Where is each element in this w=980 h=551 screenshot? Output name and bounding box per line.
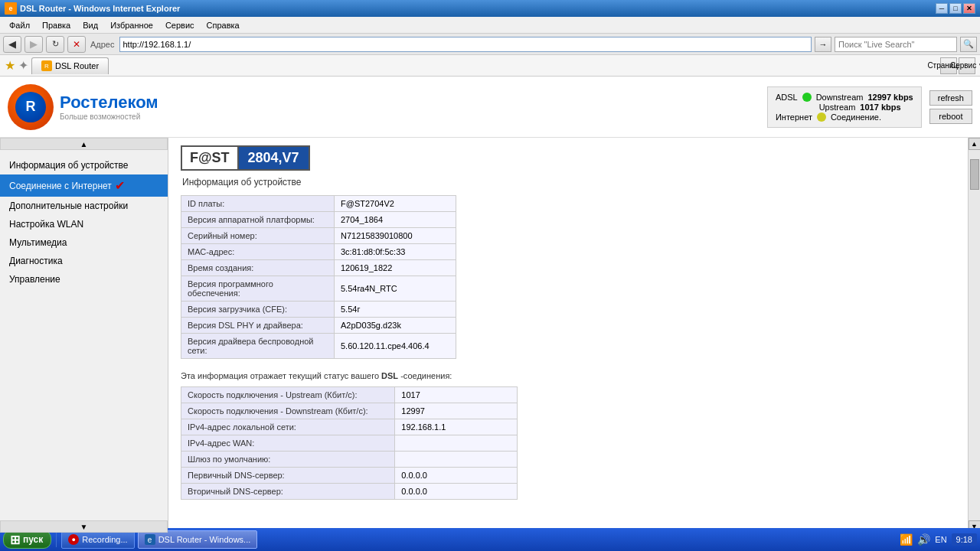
dslrouter-taskbar-icon: e (145, 534, 155, 545)
sidebar-scroll-down[interactable]: ▼ (0, 520, 168, 533)
search-button[interactable]: 🔍 (960, 37, 977, 52)
conn-value (395, 452, 518, 468)
downstream-label: Downstream (816, 93, 864, 102)
close-button[interactable]: ✕ (963, 3, 975, 14)
forward-button[interactable]: ▶ (24, 36, 43, 53)
table-row: Шлюз по умолчанию: (181, 452, 518, 468)
add-favorite-btn[interactable]: ✦ (18, 58, 28, 73)
table-row: Скорость подключения - Downstream (Кбит/… (181, 403, 518, 419)
scroll-track[interactable] (969, 150, 980, 520)
sidebar-item-device-info[interactable]: Информация об устройстве (0, 156, 168, 174)
device-title-left: F@ST (182, 147, 239, 169)
title-bar: e DSL Router - Windows Internet Explorer… (0, 0, 980, 17)
sidebar-item-label: Диагностика (9, 256, 63, 266)
sidebar: ▲ Информация об устройстве Соединение с … (0, 138, 168, 533)
sidebar-item-wlan[interactable]: Настройка WLAN (0, 215, 168, 233)
address-label: Адрес (89, 40, 116, 49)
row-value: 5.60.120.11.cpe4.406.4 (335, 334, 456, 359)
row-value: 5.54ra4N_RTC (335, 276, 456, 302)
adsl-dot (802, 93, 812, 102)
tray-lang: EN (935, 535, 946, 544)
sidebar-item-extra-settings[interactable]: Дополнительные настройки (0, 197, 168, 215)
table-row: Время создания: 120619_1822 (181, 260, 456, 276)
tab-icon: R (41, 60, 52, 71)
taskbar-recording-label: Recording... (82, 535, 127, 544)
stop-button[interactable]: ✕ (67, 36, 86, 53)
menu-file[interactable]: Файл (3, 19, 36, 31)
taskbar-dslrouter[interactable]: e DSL Router - Windows... (138, 530, 258, 549)
sidebar-nav: Информация об устройстве Соединение с Ин… (0, 141, 168, 304)
table-row: Версия аппаратной платформы: 2704_1864 (181, 212, 456, 228)
table-row: Скорость подключения - Upstream (Кбит/с)… (181, 387, 518, 403)
refresh-button[interactable]: refresh (929, 90, 972, 106)
sidebar-item-label: Мультимедиа (9, 237, 67, 248)
menu-favorites[interactable]: Избранное (104, 19, 159, 31)
logo-name: Ростелеком (60, 93, 158, 112)
sidebar-item-internet[interactable]: Соединение с Интернет ✔ (0, 174, 168, 197)
scroll-thumb[interactable] (970, 159, 979, 190)
sidebar-item-label: Управление (9, 274, 60, 285)
conn-value: 1017 (395, 387, 518, 403)
table-row: Первичный DNS-сервер: 0.0.0.0 (181, 468, 518, 484)
go-button[interactable]: → (815, 37, 831, 52)
refresh-nav-button[interactable]: ↻ (46, 36, 64, 53)
table-row: Версия программного обеспечения: 5.54ra4… (181, 276, 456, 302)
reboot-button[interactable]: reboot (929, 109, 972, 124)
address-input[interactable] (119, 37, 812, 52)
status-panel: ADSL Downstream 12997 kbps ADSL Upstream… (767, 86, 972, 128)
recording-icon: ● (68, 534, 79, 545)
favorites-star[interactable]: ★ (5, 58, 15, 73)
row-label: Версия DSL PHY и драйвера: (181, 318, 335, 334)
conn-label: Первичный DNS-сервер: (181, 468, 395, 484)
table-row: Версия DSL PHY и драйвера: A2pD035g.d23k (181, 318, 456, 334)
content-area: F@ST 2804,V7 Информация об устройстве ID… (168, 138, 968, 533)
conn-value (395, 435, 518, 452)
upstream-label: Upstream (819, 103, 856, 112)
conn-value: 0.0.0.0 (395, 468, 518, 484)
sidebar-item-label: Соединение с Интернет (9, 181, 112, 191)
menu-view[interactable]: Вид (77, 19, 104, 31)
status-box: ADSL Downstream 12997 kbps ADSL Upstream… (767, 86, 922, 128)
conn-label: IPv4-адрес WAN: (181, 435, 395, 452)
logo-tagline: Больше возможностей (60, 112, 158, 121)
menu-edit[interactable]: Правка (36, 19, 77, 31)
taskbar-recording[interactable]: ● Recording... (61, 530, 134, 549)
start-icon: ⊞ (10, 533, 20, 547)
menu-help[interactable]: Справка (201, 19, 246, 31)
search-input[interactable] (835, 37, 957, 52)
sidebar-scroll-up[interactable]: ▲ (0, 138, 168, 150)
tools-btn[interactable]: Сервис▼ (959, 57, 975, 74)
menu-tools[interactable]: Сервис (159, 19, 201, 31)
conn-value: 12997 (395, 403, 518, 419)
back-button[interactable]: ◀ (3, 36, 21, 53)
connection-table: Скорость подключения - Upstream (Кбит/с)… (181, 386, 518, 500)
bookmarks-bar: ★ ✦ R DSL Router Страница▼ Сервис▼ (0, 55, 980, 77)
table-row: ID платы: F@ST2704V2 (181, 196, 456, 212)
upstream-value: 1017 kbps (860, 103, 900, 112)
row-label: Версия драйвера беспроводной сети: (181, 334, 335, 359)
device-title-box: F@ST 2804,V7 (181, 145, 310, 171)
conn-label: Скорость подключения - Downstream (Кбит/… (181, 403, 395, 419)
bookmark-tab-dslrouter[interactable]: R DSL Router (31, 57, 109, 74)
row-label: Время создания: (181, 260, 335, 276)
sidebar-item-management[interactable]: Управление (0, 270, 168, 289)
window-controls: ─ □ ✕ (936, 3, 975, 14)
dsl-text-bold: DSL (381, 371, 398, 380)
system-clock: 9:18 (952, 533, 977, 546)
connection-status: Соединение. (831, 112, 881, 122)
sidebar-item-diagnostics[interactable]: Диагностика (0, 252, 168, 270)
conn-value: 192.168.1.1 (395, 419, 518, 435)
adsl-label: ADSL (776, 93, 798, 102)
scroll-up-btn[interactable]: ▲ (969, 138, 981, 150)
internet-dot (817, 112, 826, 122)
page-subtitle: Информация об устройстве (182, 177, 956, 187)
maximize-button[interactable]: □ (949, 3, 962, 14)
taskbar-divider (56, 532, 57, 547)
conn-label: Шлюз по умолчанию: (181, 452, 395, 468)
row-label: Версия программного обеспечения: (181, 276, 335, 302)
sidebar-arrow-icon: ✔ (115, 178, 125, 193)
start-button[interactable]: ⊞ пуск (3, 530, 51, 549)
minimize-button[interactable]: ─ (936, 3, 948, 14)
sidebar-item-multimedia[interactable]: Мультимедиа (0, 233, 168, 252)
row-value: 3c:81:d8:0f:5c:33 (335, 244, 456, 260)
